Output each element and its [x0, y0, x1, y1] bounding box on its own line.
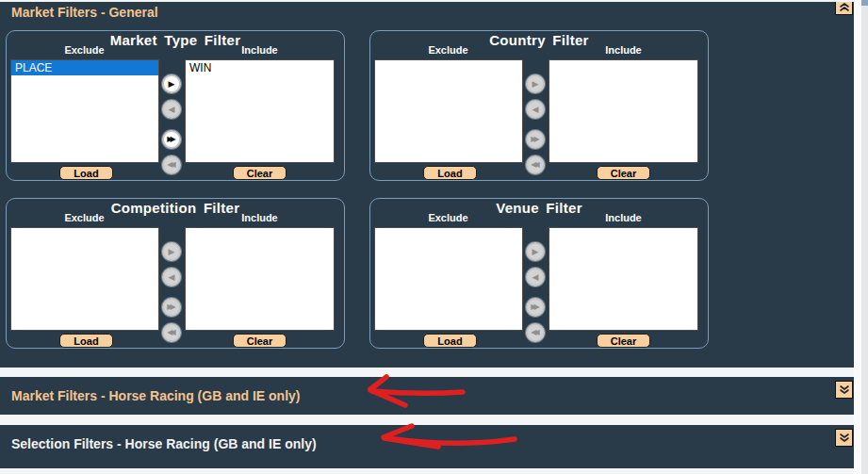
- section-title: Market Filters - General: [11, 5, 158, 20]
- move-all-left-button[interactable]: ◀◀: [162, 323, 181, 342]
- double-left-arrow-icon: ◀◀: [531, 329, 539, 336]
- move-all-right-button[interactable]: ▶▶: [162, 130, 181, 149]
- move-right-button[interactable]: ▶: [526, 74, 545, 93]
- scrollbar-thumb[interactable]: [861, 0, 868, 6]
- include-label: Include: [185, 44, 335, 56]
- move-left-button[interactable]: ◀: [162, 268, 181, 286]
- clear-button[interactable]: Clear: [597, 334, 650, 348]
- country-filter-panel: Country Filter Exclude Include ▶ ◀ ▶▶ ◀◀…: [369, 30, 709, 181]
- exclude-listbox[interactable]: [374, 59, 523, 163]
- double-right-arrow-icon: ▶▶: [531, 136, 539, 143]
- list-item[interactable]: PLACE: [11, 60, 158, 75]
- market-filters-horse-racing-section[interactable]: Market Filters - Horse Racing (GB and IE…: [0, 377, 854, 415]
- include-label: Include: [185, 212, 335, 223]
- right-arrow-icon: ▶: [169, 80, 175, 89]
- exclude-listbox[interactable]: [374, 227, 523, 331]
- left-arrow-icon: ◀: [532, 106, 539, 114]
- double-left-arrow-icon: ◀◀: [167, 329, 175, 336]
- list-item[interactable]: WIN: [186, 60, 334, 75]
- move-all-left-button[interactable]: ◀◀: [526, 323, 545, 342]
- load-button[interactable]: Load: [59, 334, 113, 348]
- include-label: Include: [549, 212, 698, 223]
- right-arrow-icon: ▶: [169, 248, 175, 256]
- left-arrow-icon: ◀: [169, 106, 175, 114]
- exclude-listbox[interactable]: PLACE: [10, 59, 159, 163]
- double-left-arrow-icon: ◀◀: [531, 161, 539, 169]
- include-listbox[interactable]: [549, 59, 698, 163]
- move-right-button[interactable]: ▶: [526, 242, 545, 261]
- market-type-filter-panel: Market Type Filter Exclude Include PLACE…: [6, 30, 345, 181]
- transfer-buttons: ▶ ◀ ▶▶ ◀◀: [524, 227, 548, 346]
- exclude-label: Exclude: [374, 212, 522, 223]
- move-all-right-button[interactable]: ▶▶: [162, 298, 181, 317]
- left-arrow-icon: ◀: [169, 273, 175, 282]
- move-right-button[interactable]: ▶: [162, 242, 181, 261]
- market-filters-general-section: Market Filters - General Market Type Fil…: [0, 2, 854, 368]
- move-left-button[interactable]: ◀: [526, 268, 545, 286]
- expand-section-button[interactable]: [835, 429, 853, 447]
- clear-button[interactable]: Clear: [233, 166, 287, 180]
- chevron-down-icon: [839, 384, 850, 396]
- load-button[interactable]: Load: [423, 334, 477, 348]
- right-arrow-icon: ▶: [532, 248, 539, 256]
- load-button[interactable]: Load: [423, 166, 477, 180]
- chevron-down-icon: [839, 433, 850, 444]
- venue-filter-panel: Venue Filter Exclude Include ▶ ◀ ▶▶ ◀◀ L…: [369, 198, 709, 349]
- section-title: Market Filters - Horse Racing (GB and IE…: [11, 388, 301, 403]
- section-title: Selection Filters - Horse Racing (GB and…: [11, 436, 317, 451]
- selection-filters-horse-racing-section[interactable]: Selection Filters - Horse Racing (GB and…: [0, 425, 854, 468]
- load-button[interactable]: Load: [59, 166, 113, 180]
- chevron-up-icon: [839, 2, 850, 12]
- clear-button[interactable]: Clear: [233, 334, 287, 348]
- transfer-buttons: ▶ ◀ ▶▶ ◀◀: [524, 59, 548, 178]
- exclude-listbox[interactable]: [10, 227, 159, 331]
- right-arrow-icon: ▶: [532, 80, 539, 89]
- include-listbox[interactable]: [185, 227, 335, 331]
- clear-button[interactable]: Clear: [597, 166, 650, 180]
- move-left-button[interactable]: ◀: [526, 100, 545, 119]
- exclude-label: Exclude: [10, 44, 158, 56]
- competition-filter-panel: Competition Filter Exclude Include ▶ ◀ ▶…: [6, 198, 345, 349]
- transfer-buttons: ▶ ◀ ▶▶ ◀◀: [160, 227, 184, 346]
- exclude-label: Exclude: [374, 44, 522, 56]
- move-all-left-button[interactable]: ◀◀: [162, 155, 181, 174]
- move-all-left-button[interactable]: ◀◀: [526, 155, 545, 174]
- double-right-arrow-icon: ▶▶: [531, 303, 539, 311]
- left-arrow-icon: ◀: [532, 273, 539, 282]
- right-gutter: [854, 0, 868, 474]
- scrollbar-track[interactable]: [861, 0, 868, 474]
- include-listbox[interactable]: WIN: [185, 59, 335, 163]
- exclude-label: Exclude: [10, 212, 158, 223]
- double-right-arrow-icon: ▶▶: [167, 136, 175, 143]
- move-all-right-button[interactable]: ▶▶: [526, 130, 545, 149]
- move-right-button[interactable]: ▶: [162, 74, 181, 93]
- include-listbox[interactable]: [549, 227, 698, 331]
- double-left-arrow-icon: ◀◀: [167, 161, 175, 169]
- transfer-buttons: ▶ ◀ ▶▶ ◀◀: [160, 59, 184, 178]
- move-left-button[interactable]: ◀: [162, 100, 181, 119]
- expand-section-button[interactable]: [835, 381, 853, 399]
- move-all-right-button[interactable]: ▶▶: [526, 298, 545, 317]
- include-label: Include: [549, 44, 698, 56]
- collapse-section-button[interactable]: [835, 2, 853, 15]
- double-right-arrow-icon: ▶▶: [167, 303, 175, 311]
